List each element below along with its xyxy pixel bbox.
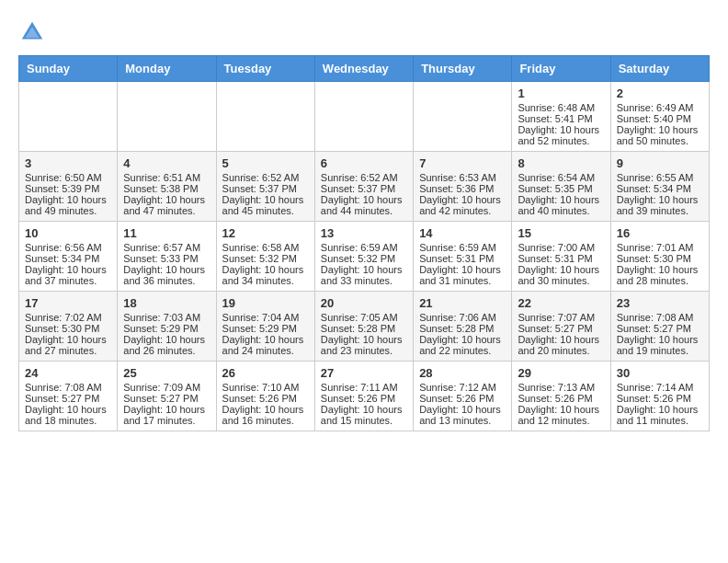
day-number-11: 11: [123, 226, 210, 240]
day-number-20: 20: [321, 296, 407, 310]
day-cell-28: 28Sunrise: 7:12 AMSunset: 5:26 PMDayligh…: [414, 362, 512, 431]
day-number-19: 19: [222, 296, 309, 310]
sunset-28: Sunset: 5:26 PM: [419, 393, 494, 404]
sunset-30: Sunset: 5:26 PM: [617, 393, 691, 404]
daylight-17: Daylight: 10 hours and 27 minutes.: [25, 334, 107, 356]
day-cell-11: 11Sunrise: 6:57 AMSunset: 5:33 PMDayligh…: [118, 222, 216, 292]
day-number-15: 15: [518, 226, 604, 240]
sunset-29: Sunset: 5:26 PM: [518, 393, 592, 404]
weekday-header-friday: Friday: [512, 56, 610, 82]
empty-cell: [118, 82, 216, 152]
daylight-28: Daylight: 10 hours and 13 minutes.: [419, 404, 501, 426]
sunset-25: Sunset: 5:27 PM: [123, 393, 198, 404]
sunset-12: Sunset: 5:32 PM: [222, 253, 297, 264]
week-row-4: 17Sunrise: 7:02 AMSunset: 5:30 PMDayligh…: [19, 292, 710, 362]
daylight-25: Daylight: 10 hours and 17 minutes.: [123, 404, 205, 426]
day-number-1: 1: [518, 86, 604, 100]
sunset-2: Sunset: 5:40 PM: [617, 113, 691, 124]
daylight-12: Daylight: 10 hours and 34 minutes.: [222, 264, 304, 286]
day-number-27: 27: [321, 366, 407, 380]
sunset-15: Sunset: 5:31 PM: [518, 253, 592, 264]
daylight-5: Daylight: 10 hours and 45 minutes.: [222, 194, 304, 216]
empty-cell: [19, 82, 118, 152]
day-number-24: 24: [25, 366, 111, 380]
day-number-8: 8: [518, 156, 604, 170]
daylight-29: Daylight: 10 hours and 12 minutes.: [518, 404, 599, 426]
calendar-table: SundayMondayTuesdayWednesdayThursdayFrid…: [18, 55, 710, 431]
daylight-2: Daylight: 10 hours and 50 minutes.: [617, 124, 699, 146]
sunset-6: Sunset: 5:37 PM: [321, 183, 395, 194]
day-number-10: 10: [25, 226, 111, 240]
daylight-20: Daylight: 10 hours and 23 minutes.: [321, 334, 403, 356]
day-number-18: 18: [123, 296, 210, 310]
sunset-9: Sunset: 5:34 PM: [617, 183, 691, 194]
daylight-8: Daylight: 10 hours and 40 minutes.: [518, 194, 599, 216]
sunset-8: Sunset: 5:35 PM: [518, 183, 592, 194]
sunrise-13: Sunrise: 6:59 AM: [321, 242, 398, 253]
weekday-header-thursday: Thursday: [414, 56, 512, 82]
weekday-header-monday: Monday: [118, 56, 216, 82]
sunset-19: Sunset: 5:29 PM: [222, 323, 297, 334]
sunset-3: Sunset: 5:39 PM: [25, 183, 99, 194]
day-number-2: 2: [617, 86, 703, 100]
sunrise-4: Sunrise: 6:51 AM: [123, 172, 200, 183]
day-cell-4: 4Sunrise: 6:51 AMSunset: 5:38 PMDaylight…: [118, 152, 216, 222]
sunrise-30: Sunrise: 7:14 AM: [617, 382, 694, 393]
week-row-5: 24Sunrise: 7:08 AMSunset: 5:27 PMDayligh…: [19, 362, 710, 431]
sunset-18: Sunset: 5:29 PM: [123, 323, 198, 334]
sunrise-7: Sunrise: 6:53 AM: [419, 172, 496, 183]
day-cell-6: 6Sunrise: 6:52 AMSunset: 5:37 PMDaylight…: [314, 152, 413, 222]
day-cell-23: 23Sunrise: 7:08 AMSunset: 5:27 PMDayligh…: [610, 292, 709, 362]
daylight-19: Daylight: 10 hours and 24 minutes.: [222, 334, 304, 356]
daylight-18: Daylight: 10 hours and 26 minutes.: [123, 334, 205, 356]
day-cell-19: 19Sunrise: 7:04 AMSunset: 5:29 PMDayligh…: [216, 292, 314, 362]
day-cell-3: 3Sunrise: 6:50 AMSunset: 5:39 PMDaylight…: [19, 152, 118, 222]
daylight-6: Daylight: 10 hours and 44 minutes.: [321, 194, 403, 216]
daylight-23: Daylight: 10 hours and 19 minutes.: [617, 334, 699, 356]
sunrise-11: Sunrise: 6:57 AM: [123, 242, 200, 253]
daylight-15: Daylight: 10 hours and 30 minutes.: [518, 264, 599, 286]
day-cell-8: 8Sunrise: 6:54 AMSunset: 5:35 PMDaylight…: [512, 152, 610, 222]
day-cell-1: 1Sunrise: 6:48 AMSunset: 5:41 PMDaylight…: [512, 82, 610, 152]
day-number-25: 25: [123, 366, 210, 380]
day-cell-2: 2Sunrise: 6:49 AMSunset: 5:40 PMDaylight…: [610, 82, 709, 152]
sunrise-25: Sunrise: 7:09 AM: [123, 382, 200, 393]
day-cell-14: 14Sunrise: 6:59 AMSunset: 5:31 PMDayligh…: [414, 222, 512, 292]
sunrise-5: Sunrise: 6:52 AM: [222, 172, 300, 183]
daylight-10: Daylight: 10 hours and 37 minutes.: [25, 264, 107, 286]
weekday-header-saturday: Saturday: [610, 56, 709, 82]
day-number-14: 14: [419, 226, 506, 240]
day-cell-12: 12Sunrise: 6:58 AMSunset: 5:32 PMDayligh…: [216, 222, 314, 292]
day-number-12: 12: [222, 226, 309, 240]
week-row-3: 10Sunrise: 6:56 AMSunset: 5:34 PMDayligh…: [19, 222, 710, 292]
day-cell-13: 13Sunrise: 6:59 AMSunset: 5:32 PMDayligh…: [314, 222, 413, 292]
sunrise-19: Sunrise: 7:04 AM: [222, 312, 300, 323]
sunrise-2: Sunrise: 6:49 AM: [617, 102, 694, 113]
daylight-4: Daylight: 10 hours and 47 minutes.: [123, 194, 205, 216]
weekday-header-wednesday: Wednesday: [314, 56, 413, 82]
day-cell-21: 21Sunrise: 7:06 AMSunset: 5:28 PMDayligh…: [414, 292, 512, 362]
day-cell-15: 15Sunrise: 7:00 AMSunset: 5:31 PMDayligh…: [512, 222, 610, 292]
sunrise-6: Sunrise: 6:52 AM: [321, 172, 398, 183]
sunrise-22: Sunrise: 7:07 AM: [518, 312, 595, 323]
day-cell-17: 17Sunrise: 7:02 AMSunset: 5:30 PMDayligh…: [19, 292, 118, 362]
sunrise-1: Sunrise: 6:48 AM: [518, 102, 595, 113]
day-number-23: 23: [617, 296, 703, 310]
day-number-3: 3: [25, 156, 111, 170]
weekday-header-row: SundayMondayTuesdayWednesdayThursdayFrid…: [19, 56, 710, 82]
sunset-22: Sunset: 5:27 PM: [518, 323, 592, 334]
sunset-11: Sunset: 5:33 PM: [123, 253, 198, 264]
day-number-4: 4: [123, 156, 210, 170]
sunrise-9: Sunrise: 6:55 AM: [617, 172, 694, 183]
daylight-27: Daylight: 10 hours and 15 minutes.: [321, 404, 403, 426]
sunrise-15: Sunrise: 7:00 AM: [518, 242, 595, 253]
empty-cell: [314, 82, 413, 152]
day-number-13: 13: [321, 226, 407, 240]
sunset-5: Sunset: 5:37 PM: [222, 183, 297, 194]
week-row-1: 1Sunrise: 6:48 AMSunset: 5:41 PMDaylight…: [19, 82, 710, 152]
sunrise-27: Sunrise: 7:11 AM: [321, 382, 398, 393]
header: [18, 18, 710, 46]
sunrise-3: Sunrise: 6:50 AM: [25, 172, 102, 183]
day-number-16: 16: [617, 226, 703, 240]
daylight-7: Daylight: 10 hours and 42 minutes.: [419, 194, 501, 216]
